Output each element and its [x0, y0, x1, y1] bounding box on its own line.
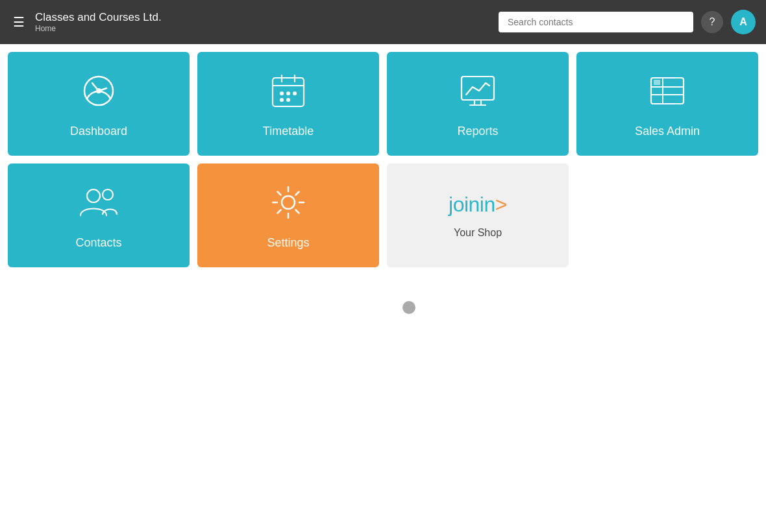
tile-timetable[interactable]: Timetable — [197, 52, 379, 156]
svg-point-20 — [87, 189, 100, 202]
tile-sales-admin[interactable]: Sales Admin — [576, 52, 758, 156]
svg-rect-19 — [654, 80, 660, 85]
joinin-logo: joinin> — [449, 193, 507, 217]
header-title-block: Classes and Courses Ltd. Home — [35, 11, 162, 33]
settings-icon — [267, 182, 309, 226]
app-subtitle: Home — [35, 24, 162, 33]
loading-area — [0, 275, 766, 340]
svg-point-21 — [103, 189, 113, 200]
dashboard-label: Dashboard — [70, 125, 127, 138]
svg-point-10 — [286, 98, 290, 102]
svg-point-7 — [286, 91, 290, 95]
contacts-icon — [78, 182, 119, 226]
your-shop-label: Your Shop — [454, 227, 502, 239]
tiles-grid: Dashboard Timetable Reports — [0, 44, 766, 275]
svg-rect-11 — [462, 77, 494, 100]
reports-label: Reports — [457, 125, 498, 138]
svg-point-22 — [282, 196, 295, 209]
joinin-arrow: > — [495, 193, 507, 216]
loading-dot — [402, 301, 415, 314]
timetable-label: Timetable — [263, 125, 314, 138]
app-title: Classes and Courses Ltd. — [35, 11, 162, 24]
tile-dashboard[interactable]: Dashboard — [8, 52, 190, 156]
avatar-button[interactable]: A — [731, 10, 756, 34]
svg-point-6 — [280, 91, 284, 95]
tile-settings[interactable]: Settings — [197, 163, 379, 267]
help-button[interactable]: ? — [701, 11, 723, 33]
svg-point-8 — [293, 91, 297, 95]
contacts-label: Contacts — [75, 236, 121, 250]
joinin-text: joinin — [449, 193, 495, 216]
tile-reports[interactable]: Reports — [387, 52, 569, 156]
reports-icon — [457, 70, 499, 114]
tile-contacts[interactable]: Contacts — [8, 163, 190, 267]
timetable-icon — [267, 70, 309, 114]
sales-admin-label: Sales Admin — [635, 125, 700, 138]
search-input[interactable] — [499, 12, 693, 32]
tile-your-shop[interactable]: joinin> Your Shop — [387, 163, 569, 267]
header: ☰ Classes and Courses Ltd. Home ? A — [0, 0, 766, 44]
menu-icon[interactable]: ☰ — [10, 12, 27, 32]
svg-point-9 — [280, 98, 284, 102]
settings-label: Settings — [267, 236, 309, 250]
sales-admin-icon — [647, 70, 688, 114]
dashboard-icon — [78, 70, 119, 114]
